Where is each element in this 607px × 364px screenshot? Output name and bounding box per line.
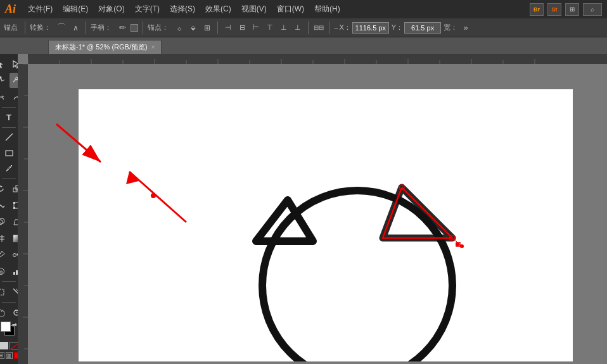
y-coord-group: Y： 61.5 px	[392, 22, 441, 34]
add-anchor-tool[interactable]: +	[0, 89, 9, 104]
svg-rect-31	[0, 289, 4, 295]
x-value[interactable]: 1116.5 px	[352, 22, 389, 34]
toolbar-divider-3	[2, 178, 16, 179]
svg-rect-28	[13, 272, 15, 275]
anchor-icon-3[interactable]: ⊞	[201, 22, 213, 34]
menu-bar: Ai 文件(F) 编辑(E) 对象(O) 文字(T) 选择(S) 效果(C) 视…	[0, 0, 607, 18]
tab-close-button[interactable]: ×	[151, 44, 155, 51]
ruler-top	[28, 54, 607, 64]
tab-title: 未标题-1* @ 52% (RGB/预览)	[55, 42, 148, 52]
solid-color-btn[interactable]	[0, 342, 8, 349]
y-value[interactable]: 61.5 px	[404, 22, 441, 34]
gradient-mode-icon[interactable]: ▥	[6, 352, 13, 359]
handle-icon-1[interactable]: ✏	[117, 22, 128, 34]
workspace-icon[interactable]: ⊞	[565, 3, 579, 16]
mesh-tool[interactable]	[0, 230, 9, 246]
canvas-inner	[28, 64, 607, 364]
warp-tool[interactable]	[0, 198, 9, 213]
type-tool[interactable]: T	[1, 110, 16, 125]
svg-rect-7	[6, 151, 13, 156]
tools-panel: + − T	[0, 54, 18, 364]
hand-tool[interactable]	[0, 305, 9, 320]
distribute-icon[interactable]: ⊟⊟	[313, 22, 324, 34]
separator-6	[329, 22, 329, 34]
svg-rect-12	[13, 202, 15, 204]
rotate-tool[interactable]	[0, 181, 9, 196]
menu-type[interactable]: 文字(T)	[131, 2, 164, 16]
artboard	[79, 89, 573, 361]
search-icon[interactable]: ⌕	[583, 3, 602, 16]
convert-smooth-icon[interactable]: ⌒	[56, 22, 67, 34]
anchor2-label: 锚点：	[148, 23, 169, 32]
canvas-area[interactable]	[18, 54, 607, 364]
y-label: Y：	[392, 23, 403, 32]
shape-builder-tool[interactable]	[0, 214, 9, 229]
toolbar-divider-2	[2, 127, 16, 128]
svg-point-16	[0, 220, 3, 225]
foreground-color-swatch[interactable]	[1, 322, 11, 332]
color-mode-icon[interactable]: ⊟	[0, 352, 4, 359]
svg-line-6	[6, 134, 13, 141]
svg-rect-38	[28, 54, 607, 64]
align-right-icon[interactable]: ⊢	[250, 22, 262, 34]
svg-point-76	[460, 244, 464, 248]
menu-select[interactable]: 选择(S)	[165, 2, 200, 16]
align-bottom-icon[interactable]: ⊥	[292, 22, 304, 34]
pen-tool[interactable]	[0, 73, 9, 88]
svg-point-67	[262, 191, 452, 361]
align-center-h-icon[interactable]: ⊟	[236, 22, 248, 34]
svg-rect-56	[18, 64, 28, 364]
handle-label: 手柄：	[91, 23, 112, 32]
color-mode-buttons	[0, 342, 20, 349]
separator-1	[25, 22, 25, 34]
symbol-tool[interactable]: ⊕	[0, 263, 9, 279]
menu-object[interactable]: 对象(O)	[94, 2, 129, 16]
width-label: 宽：	[444, 23, 457, 32]
anchor-label: 锚点	[4, 23, 18, 32]
convert-corner-icon[interactable]: ∧	[70, 22, 81, 34]
artwork-svg	[79, 89, 573, 361]
menu-file[interactable]: 文件(F)	[23, 2, 57, 16]
svg-rect-14	[13, 207, 15, 209]
x-coord-group: − X： 1116.5 px	[334, 22, 389, 34]
tab-bar: 未标题-1* @ 52% (RGB/预览) ×	[0, 37, 607, 54]
align-top-icon[interactable]: ⊤	[264, 22, 276, 34]
pencil-tool[interactable]	[1, 161, 16, 176]
eyedropper-tool[interactable]	[0, 247, 9, 262]
ruler-left	[18, 64, 28, 364]
svg-point-74	[456, 242, 459, 246]
svg-point-24	[13, 253, 16, 256]
menu-window[interactable]: 窗口(W)	[272, 2, 309, 16]
line-tool[interactable]	[1, 130, 16, 144]
convert-label: 转换：	[30, 23, 51, 32]
stock-icon[interactable]: St	[547, 3, 561, 16]
separator-5	[308, 22, 309, 34]
toolbar-divider-5	[2, 302, 16, 303]
more-options-icon[interactable]: »	[460, 22, 471, 34]
svg-text:⊕: ⊕	[0, 270, 3, 274]
align-center-v-icon[interactable]: ⊥	[278, 22, 290, 34]
menu-effect[interactable]: 效果(C)	[201, 2, 236, 16]
menu-edit[interactable]: 编辑(E)	[58, 2, 93, 16]
menu-help[interactable]: 帮助(H)	[310, 2, 345, 16]
separator-4	[217, 22, 218, 34]
main-area: + − T	[0, 54, 607, 364]
options-bar: 锚点 转换： ⌒ ∧ 手柄： ✏ 锚点： ⬦ ⬙ ⊞ ⊣ ⊟ ⊢ ⊤ ⊥ ⊥ ⊟…	[0, 18, 607, 37]
toolbar-divider-4	[2, 281, 16, 282]
anchor-icon-2[interactable]: ⬙	[188, 22, 199, 34]
artboard-tool[interactable]	[0, 284, 9, 299]
menu-view[interactable]: 视图(V)	[237, 2, 271, 16]
align-left-icon[interactable]: ⊣	[222, 22, 234, 34]
anchor-icon-1[interactable]: ⬦	[174, 22, 185, 34]
document-tab[interactable]: 未标题-1* @ 52% (RGB/预览) ×	[48, 40, 162, 54]
swap-colors-icon[interactable]: ⇄	[12, 322, 17, 328]
color-swatches[interactable]: ⇄	[1, 322, 17, 338]
right-panel-icons: Br St ⊞ ⌕	[530, 3, 602, 16]
svg-point-2	[0, 77, 2, 78]
separator-2	[86, 22, 86, 34]
rectangle-tool[interactable]	[1, 146, 16, 160]
bridge-icon[interactable]: Br	[530, 3, 544, 16]
handle-swatch[interactable]	[131, 24, 138, 32]
svg-text:+: +	[1, 94, 4, 99]
selection-tool[interactable]	[0, 56, 9, 72]
